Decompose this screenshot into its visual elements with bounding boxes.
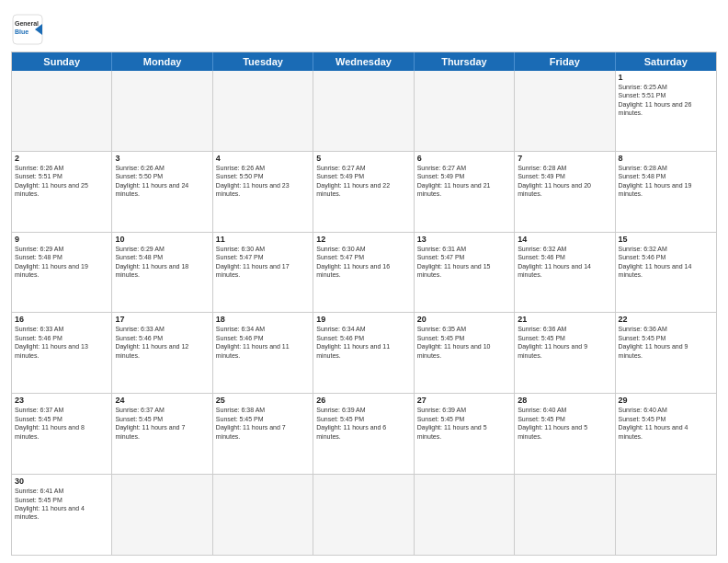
cell-info: Sunrise: 6:27 AM Sunset: 5:49 PM Dayligh… [316, 164, 410, 199]
cell-info: Sunrise: 6:39 AM Sunset: 5:45 PM Dayligh… [316, 406, 410, 441]
calendar-cell-6: 6Sunrise: 6:27 AM Sunset: 5:49 PM Daylig… [415, 152, 515, 232]
day-number: 7 [518, 154, 611, 163]
cell-info: Sunrise: 6:40 AM Sunset: 5:45 PM Dayligh… [518, 406, 611, 441]
calendar-cell-empty-5-6 [616, 475, 716, 555]
calendar-cell-27: 27Sunrise: 6:39 AM Sunset: 5:45 PM Dayli… [415, 394, 515, 474]
header-day-monday: Monday [112, 52, 212, 71]
day-number: 4 [216, 154, 310, 163]
calendar-cell-13: 13Sunrise: 6:31 AM Sunset: 5:47 PM Dayli… [415, 233, 515, 313]
calendar-row-0: 1Sunrise: 6:25 AM Sunset: 5:51 PM Daylig… [12, 71, 716, 151]
cell-info: Sunrise: 6:35 AM Sunset: 5:45 PM Dayligh… [417, 325, 511, 360]
calendar-cell-7: 7Sunrise: 6:28 AM Sunset: 5:49 PM Daylig… [515, 152, 615, 232]
calendar-cell-20: 20Sunrise: 6:35 AM Sunset: 5:45 PM Dayli… [415, 313, 515, 393]
calendar-cell-23: 23Sunrise: 6:37 AM Sunset: 5:45 PM Dayli… [12, 394, 112, 474]
day-number: 25 [216, 396, 310, 405]
day-number: 28 [518, 396, 611, 405]
calendar-cell-empty-5-2 [213, 475, 313, 555]
cell-info: Sunrise: 6:34 AM Sunset: 5:46 PM Dayligh… [316, 325, 410, 360]
calendar-cell-19: 19Sunrise: 6:34 AM Sunset: 5:46 PM Dayli… [313, 313, 414, 393]
day-number: 1 [619, 73, 713, 82]
logo-icon: General Blue [11, 13, 44, 46]
calendar-cell-28: 28Sunrise: 6:40 AM Sunset: 5:45 PM Dayli… [515, 394, 615, 474]
calendar-cell-8: 8Sunrise: 6:28 AM Sunset: 5:48 PM Daylig… [616, 152, 716, 232]
calendar-cell-empty-5-1 [112, 475, 212, 555]
cell-info: Sunrise: 6:26 AM Sunset: 5:50 PM Dayligh… [216, 164, 310, 199]
day-number: 18 [216, 315, 310, 324]
day-number: 24 [115, 396, 209, 405]
calendar-cell-empty-0-1 [112, 71, 212, 151]
header-day-wednesday: Wednesday [313, 52, 414, 71]
header-day-thursday: Thursday [415, 52, 515, 71]
calendar-cell-24: 24Sunrise: 6:37 AM Sunset: 5:45 PM Dayli… [112, 394, 212, 474]
calendar-row-3: 16Sunrise: 6:33 AM Sunset: 5:46 PM Dayli… [12, 312, 716, 393]
day-number: 16 [15, 315, 108, 324]
calendar-cell-empty-0-0 [12, 71, 112, 151]
calendar-cell-empty-0-3 [313, 71, 414, 151]
calendar-cell-12: 12Sunrise: 6:30 AM Sunset: 5:47 PM Dayli… [313, 233, 414, 313]
cell-info: Sunrise: 6:33 AM Sunset: 5:46 PM Dayligh… [15, 325, 108, 360]
day-number: 2 [15, 154, 108, 163]
day-number: 8 [619, 154, 713, 163]
day-number: 3 [115, 154, 209, 163]
svg-text:Blue: Blue [15, 29, 28, 35]
day-number: 23 [15, 396, 108, 405]
day-number: 9 [15, 235, 108, 244]
svg-text:General: General [15, 20, 39, 27]
calendar-cell-17: 17Sunrise: 6:33 AM Sunset: 5:46 PM Dayli… [112, 313, 212, 393]
day-number: 10 [115, 235, 209, 244]
cell-info: Sunrise: 6:27 AM Sunset: 5:49 PM Dayligh… [417, 164, 511, 199]
header: General Blue [11, 9, 717, 46]
logo: General Blue [11, 13, 44, 46]
cell-info: Sunrise: 6:39 AM Sunset: 5:45 PM Dayligh… [417, 406, 511, 441]
cell-info: Sunrise: 6:26 AM Sunset: 5:51 PM Dayligh… [15, 164, 108, 199]
calendar-cell-empty-5-5 [515, 475, 615, 555]
calendar-cell-16: 16Sunrise: 6:33 AM Sunset: 5:46 PM Dayli… [12, 313, 112, 393]
day-number: 30 [15, 477, 108, 486]
day-number: 12 [316, 235, 410, 244]
calendar-cell-30: 30Sunrise: 6:41 AM Sunset: 5:45 PM Dayli… [12, 475, 112, 555]
day-number: 17 [115, 315, 209, 324]
calendar-cell-empty-0-2 [213, 71, 313, 151]
calendar-cell-1: 1Sunrise: 6:25 AM Sunset: 5:51 PM Daylig… [616, 71, 716, 151]
cell-info: Sunrise: 6:29 AM Sunset: 5:48 PM Dayligh… [15, 245, 108, 280]
cell-info: Sunrise: 6:34 AM Sunset: 5:46 PM Dayligh… [216, 325, 310, 360]
calendar-cell-empty-0-4 [415, 71, 515, 151]
cell-info: Sunrise: 6:30 AM Sunset: 5:47 PM Dayligh… [316, 245, 410, 280]
calendar-cell-11: 11Sunrise: 6:30 AM Sunset: 5:47 PM Dayli… [213, 233, 313, 313]
calendar-row-5: 30Sunrise: 6:41 AM Sunset: 5:45 PM Dayli… [12, 474, 716, 555]
day-number: 20 [417, 315, 511, 324]
day-number: 22 [619, 315, 713, 324]
cell-info: Sunrise: 6:32 AM Sunset: 5:46 PM Dayligh… [518, 245, 611, 280]
calendar-cell-18: 18Sunrise: 6:34 AM Sunset: 5:46 PM Dayli… [213, 313, 313, 393]
cell-info: Sunrise: 6:40 AM Sunset: 5:45 PM Dayligh… [619, 406, 713, 441]
day-number: 29 [619, 396, 713, 405]
calendar-cell-empty-5-3 [313, 475, 414, 555]
calendar-cell-empty-0-5 [515, 71, 615, 151]
header-day-tuesday: Tuesday [213, 52, 313, 71]
day-number: 6 [417, 154, 511, 163]
day-number: 26 [316, 396, 410, 405]
calendar-cell-26: 26Sunrise: 6:39 AM Sunset: 5:45 PM Dayli… [313, 394, 414, 474]
cell-info: Sunrise: 6:36 AM Sunset: 5:45 PM Dayligh… [619, 325, 713, 360]
calendar-cell-5: 5Sunrise: 6:27 AM Sunset: 5:49 PM Daylig… [313, 152, 414, 232]
calendar-cell-22: 22Sunrise: 6:36 AM Sunset: 5:45 PM Dayli… [616, 313, 716, 393]
day-number: 11 [216, 235, 310, 244]
cell-info: Sunrise: 6:29 AM Sunset: 5:48 PM Dayligh… [115, 245, 209, 280]
day-number: 21 [518, 315, 611, 324]
calendar-cell-25: 25Sunrise: 6:38 AM Sunset: 5:45 PM Dayli… [213, 394, 313, 474]
cell-info: Sunrise: 6:32 AM Sunset: 5:46 PM Dayligh… [619, 245, 713, 280]
calendar-cell-15: 15Sunrise: 6:32 AM Sunset: 5:46 PM Dayli… [616, 233, 716, 313]
calendar-row-1: 2Sunrise: 6:26 AM Sunset: 5:51 PM Daylig… [12, 151, 716, 232]
calendar-row-2: 9Sunrise: 6:29 AM Sunset: 5:48 PM Daylig… [12, 232, 716, 313]
calendar-cell-2: 2Sunrise: 6:26 AM Sunset: 5:51 PM Daylig… [12, 152, 112, 232]
cell-info: Sunrise: 6:41 AM Sunset: 5:45 PM Dayligh… [15, 487, 108, 522]
calendar-row-4: 23Sunrise: 6:37 AM Sunset: 5:45 PM Dayli… [12, 393, 716, 474]
calendar-cell-10: 10Sunrise: 6:29 AM Sunset: 5:48 PM Dayli… [112, 233, 212, 313]
cell-info: Sunrise: 6:31 AM Sunset: 5:47 PM Dayligh… [417, 245, 511, 280]
day-number: 5 [316, 154, 410, 163]
header-day-friday: Friday [515, 52, 615, 71]
header-day-sunday: Sunday [12, 52, 112, 71]
calendar-cell-9: 9Sunrise: 6:29 AM Sunset: 5:48 PM Daylig… [12, 233, 112, 313]
cell-info: Sunrise: 6:26 AM Sunset: 5:50 PM Dayligh… [115, 164, 209, 199]
cell-info: Sunrise: 6:37 AM Sunset: 5:45 PM Dayligh… [115, 406, 209, 441]
